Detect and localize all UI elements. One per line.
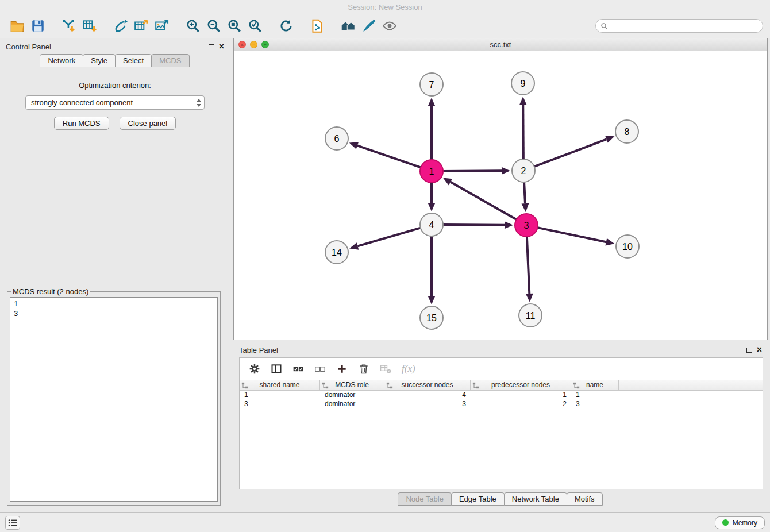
import-table-icon[interactable] bbox=[79, 16, 100, 36]
memory-label: Memory bbox=[733, 519, 757, 527]
cell-shared_name: 3 bbox=[240, 400, 320, 409]
deselect-all-icon[interactable] bbox=[314, 363, 326, 375]
column-type-icon bbox=[241, 382, 248, 389]
save-icon[interactable] bbox=[28, 16, 48, 36]
window-zoom-button[interactable]: + bbox=[261, 41, 269, 48]
close-panel-icon[interactable]: × bbox=[219, 44, 224, 49]
cell-successor_nodes: 4 bbox=[384, 391, 471, 400]
graph-edge-3-10[interactable] bbox=[538, 228, 606, 242]
cell-name: 1 bbox=[571, 391, 619, 400]
run-mcds-button[interactable]: Run MCDS bbox=[54, 117, 109, 130]
graph-node-label: 3 bbox=[524, 221, 529, 230]
graph-edge-arrowhead bbox=[522, 203, 529, 212]
open-folder-icon[interactable] bbox=[7, 16, 28, 36]
graph-edge-1-6[interactable] bbox=[357, 145, 421, 167]
graph-edge-2-9[interactable] bbox=[523, 105, 523, 159]
table-panel: Table Panel × bbox=[233, 342, 768, 510]
graph-edge-arrowhead bbox=[428, 296, 436, 304]
control-panel-header: Control Panel × bbox=[0, 39, 230, 54]
table-header-row: shared nameMCDS rolesuccessor nodesprede… bbox=[240, 380, 763, 391]
table-row[interactable]: 1dominator411 bbox=[240, 391, 763, 400]
mcds-result-list[interactable]: 13 bbox=[10, 297, 218, 502]
control-panel: Control Panel × NetworkStyleSelectMCDS O… bbox=[0, 39, 230, 512]
select-spinner-icon bbox=[196, 98, 202, 107]
column-header-shared_name[interactable]: shared name bbox=[240, 380, 320, 390]
graph-edge-3-11[interactable] bbox=[527, 237, 529, 294]
tab-select[interactable]: Select bbox=[115, 54, 152, 67]
mcds-result-line: 3 bbox=[14, 309, 214, 318]
import-network-icon[interactable] bbox=[59, 16, 79, 36]
graph-edge-4-14[interactable] bbox=[357, 228, 420, 246]
tab-network-table[interactable]: Network Table bbox=[504, 492, 567, 506]
tab-mcds[interactable]: MCDS bbox=[151, 54, 189, 67]
window-minimize-button[interactable]: − bbox=[250, 41, 257, 48]
graph-edge-arrowhead bbox=[505, 221, 513, 229]
control-panel-tabs: NetworkStyleSelectMCDS bbox=[0, 54, 230, 67]
column-type-icon bbox=[573, 382, 580, 389]
first-neighbors-icon[interactable] bbox=[338, 16, 359, 36]
graph-node-label: 11 bbox=[526, 311, 536, 321]
graph-node-label: 10 bbox=[622, 242, 633, 252]
close-table-panel-icon[interactable]: × bbox=[757, 347, 762, 353]
tab-network[interactable]: Network bbox=[40, 54, 83, 67]
graph-edge-2-3[interactable] bbox=[524, 182, 525, 203]
float-panel-icon[interactable] bbox=[209, 44, 214, 49]
table-panel-header: Table Panel × bbox=[233, 342, 768, 357]
criterion-select[interactable]: strongly connected component bbox=[25, 95, 205, 110]
graph-edge-1-2[interactable] bbox=[443, 171, 502, 171]
column-header-mcds_role[interactable]: MCDS role bbox=[320, 380, 384, 390]
network-graph[interactable]: 7968124314101511 bbox=[234, 51, 767, 340]
column-header-successor_nodes[interactable]: successor nodes bbox=[384, 380, 471, 390]
graph-edge-4-3[interactable] bbox=[443, 225, 505, 225]
export-table-icon[interactable] bbox=[131, 16, 152, 36]
tab-motifs[interactable]: Motifs bbox=[567, 492, 603, 506]
tab-edge-table[interactable]: Edge Table bbox=[451, 492, 505, 506]
graph-edge-arrowhead bbox=[605, 136, 614, 142]
float-table-panel-icon[interactable] bbox=[746, 348, 752, 353]
search-input[interactable] bbox=[611, 22, 758, 30]
style-brush-icon[interactable] bbox=[359, 16, 379, 36]
select-all-icon[interactable] bbox=[292, 363, 304, 375]
memory-button[interactable]: Memory bbox=[715, 516, 765, 529]
export-image-icon[interactable] bbox=[152, 16, 172, 36]
search-field[interactable] bbox=[595, 19, 763, 33]
window-close-button[interactable]: × bbox=[238, 41, 246, 48]
optimization-criterion-label: Optimization criterion: bbox=[0, 81, 230, 90]
graph-node-label: 9 bbox=[521, 79, 526, 88]
cell-successor_nodes: 3 bbox=[384, 400, 471, 409]
criterion-selected-value: strongly connected component bbox=[31, 98, 196, 107]
delete-column-icon[interactable] bbox=[358, 363, 369, 375]
zoom-selected-icon[interactable] bbox=[245, 16, 265, 36]
show-graphics-details-icon[interactable] bbox=[379, 16, 400, 36]
refresh-icon[interactable] bbox=[276, 16, 297, 36]
graph-edge-arrowhead bbox=[502, 167, 510, 175]
show-columns-icon[interactable] bbox=[271, 363, 282, 375]
graph-edge-3-1[interactable] bbox=[451, 182, 517, 219]
close-panel-button[interactable]: Close panel bbox=[120, 117, 176, 130]
zoom-in-icon[interactable] bbox=[183, 16, 203, 36]
zoom-out-icon[interactable] bbox=[203, 16, 224, 36]
tab-node-table[interactable]: Node Table bbox=[398, 492, 452, 506]
clipboard-network-icon[interactable] bbox=[307, 16, 328, 36]
share-network-icon[interactable] bbox=[110, 16, 131, 36]
table-row[interactable]: 3dominator323 bbox=[240, 400, 763, 409]
network-view-window: × − + scc.txt 7968124314101511 bbox=[233, 38, 768, 340]
zoom-fit-icon[interactable] bbox=[224, 16, 245, 36]
graph-edge-2-8[interactable] bbox=[534, 139, 607, 167]
column-header-name[interactable]: name bbox=[571, 380, 619, 390]
network-window-titlebar[interactable]: × − + scc.txt bbox=[234, 38, 767, 51]
column-header-predecessor_nodes[interactable]: predecessor nodes bbox=[471, 380, 571, 390]
graph-edge-arrowhead bbox=[349, 142, 359, 149]
cell-name: 3 bbox=[571, 400, 619, 409]
graph-node-label: 15 bbox=[426, 313, 437, 323]
graph-node-label: 8 bbox=[625, 127, 630, 137]
table-settings-gear-icon[interactable] bbox=[249, 363, 260, 375]
mcds-result-line: 1 bbox=[14, 299, 214, 309]
mcds-panel: Optimization criterion: strongly connect… bbox=[0, 67, 230, 532]
graph-node-label: 7 bbox=[429, 80, 434, 90]
show-panels-icon[interactable] bbox=[5, 516, 20, 530]
tab-style[interactable]: Style bbox=[83, 54, 116, 67]
cell-predecessor_nodes: 1 bbox=[471, 391, 571, 400]
node-table-container: f(x) shared nameMCDS rolesuccessor nodes… bbox=[239, 357, 763, 489]
add-column-icon[interactable] bbox=[336, 363, 348, 375]
